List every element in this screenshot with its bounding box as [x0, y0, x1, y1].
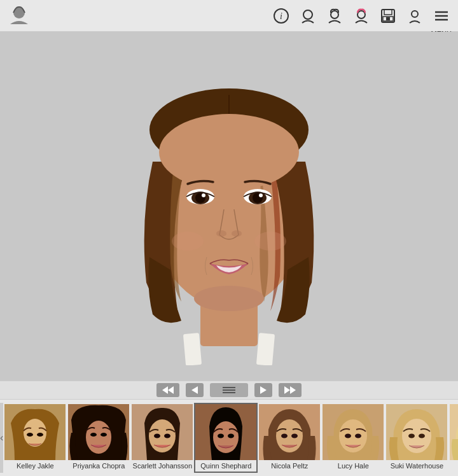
- face-silhouette-icon[interactable]: [298, 6, 318, 26]
- thumbnail-8[interactable]: Long Wa...: [448, 403, 458, 473]
- thumb-label-4: Quinn Shephard: [200, 462, 251, 470]
- thumb-label-5: Nicola Peltz: [271, 462, 308, 470]
- svg-point-29: [259, 193, 263, 197]
- thumb-img-3: [132, 404, 193, 460]
- thumb-img-5: [259, 404, 320, 460]
- next-button[interactable]: [254, 383, 272, 397]
- svg-point-56: [218, 434, 224, 438]
- thumbnail-5[interactable]: Nicola Peltz: [258, 403, 321, 473]
- menu-line-2: [223, 389, 235, 391]
- main-canvas: [0, 32, 458, 381]
- svg-marker-39: [284, 386, 290, 394]
- thumb-label-2: Priyanka Chopra: [73, 462, 125, 470]
- app-logo: [6, 3, 32, 29]
- skip-prev-button[interactable]: [156, 383, 179, 397]
- thumb-label-3: Scarlett Johansson: [133, 462, 193, 470]
- svg-point-33: [254, 232, 286, 251]
- svg-point-61: [291, 434, 298, 438]
- profile-icon[interactable]: [405, 6, 425, 26]
- svg-point-43: [24, 419, 46, 447]
- menu-line-3: [223, 392, 235, 393]
- svg-rect-17: [256, 333, 275, 365]
- svg-marker-36: [168, 386, 174, 394]
- svg-point-25: [202, 193, 205, 197]
- thumbnail-6[interactable]: Lucy Hale: [321, 403, 385, 473]
- svg-point-31: [232, 230, 242, 237]
- svg-point-69: [419, 434, 425, 438]
- svg-point-3: [303, 10, 312, 19]
- svg-point-53: [164, 434, 170, 438]
- thumbnail-4[interactable]: Quinn Shephard: [194, 403, 258, 473]
- thumb-label-1: Kelley Jakle: [17, 462, 54, 470]
- thumbnail-strip: ‹ Kelley Jakle: [0, 400, 458, 476]
- toolbar-right: i: [271, 6, 452, 26]
- save-icon[interactable]: [378, 6, 398, 26]
- info-icon[interactable]: i: [271, 6, 291, 26]
- svg-point-49: [101, 433, 107, 437]
- svg-text:i: i: [280, 11, 282, 21]
- svg-point-57: [228, 434, 234, 438]
- toolbar-left: [6, 3, 32, 29]
- svg-point-44: [27, 433, 33, 437]
- svg-point-64: [345, 434, 351, 438]
- prev-button[interactable]: [186, 383, 204, 397]
- thumb-img-1: [4, 404, 66, 460]
- navigation-controls: [0, 381, 458, 400]
- thumbnail-7[interactable]: Suki Waterhouse: [385, 403, 448, 473]
- menu-line-1: [223, 387, 235, 388]
- svg-point-34: [194, 286, 264, 311]
- svg-rect-7: [384, 10, 392, 15]
- svg-point-52: [154, 434, 160, 438]
- toolbar: i: [0, 0, 458, 32]
- svg-marker-37: [191, 386, 198, 394]
- hairstyle-icon[interactable]: [324, 6, 345, 26]
- thumb-label-6: Lucy Hale: [338, 462, 369, 470]
- thumb-img-7: [386, 404, 447, 460]
- svg-point-48: [90, 433, 97, 437]
- svg-marker-40: [290, 386, 296, 394]
- menu-icon[interactable]: [431, 6, 452, 26]
- svg-point-65: [355, 434, 361, 438]
- menu-button[interactable]: [210, 383, 248, 397]
- thumb-img-6: [323, 404, 384, 460]
- thumbnail-2[interactable]: Priyanka Chopra: [67, 403, 130, 473]
- svg-point-45: [37, 433, 43, 437]
- face-display: [76, 47, 382, 365]
- skip-next-button[interactable]: [279, 383, 302, 397]
- thumb-img-4: [195, 404, 256, 460]
- thumb-img-8: [450, 404, 458, 460]
- thumb-label-7: Suki Waterhouse: [391, 462, 443, 470]
- svg-point-30: [216, 230, 226, 237]
- svg-point-47: [86, 421, 111, 454]
- svg-marker-35: [162, 386, 168, 394]
- svg-point-21: [159, 114, 299, 190]
- thumbnail-1[interactable]: Kelley Jakle: [3, 403, 67, 473]
- thumb-img-2: [68, 404, 129, 460]
- color-icon[interactable]: [351, 6, 371, 26]
- thumbnail-3[interactable]: Scarlett Johansson: [130, 403, 194, 473]
- svg-marker-38: [260, 386, 267, 394]
- svg-point-32: [172, 232, 204, 251]
- svg-point-4: [331, 11, 338, 18]
- svg-rect-16: [183, 333, 202, 365]
- svg-point-5: [357, 11, 365, 18]
- svg-point-10: [412, 11, 418, 17]
- svg-rect-9: [386, 17, 390, 20]
- svg-point-68: [408, 434, 415, 438]
- svg-point-60: [281, 434, 288, 438]
